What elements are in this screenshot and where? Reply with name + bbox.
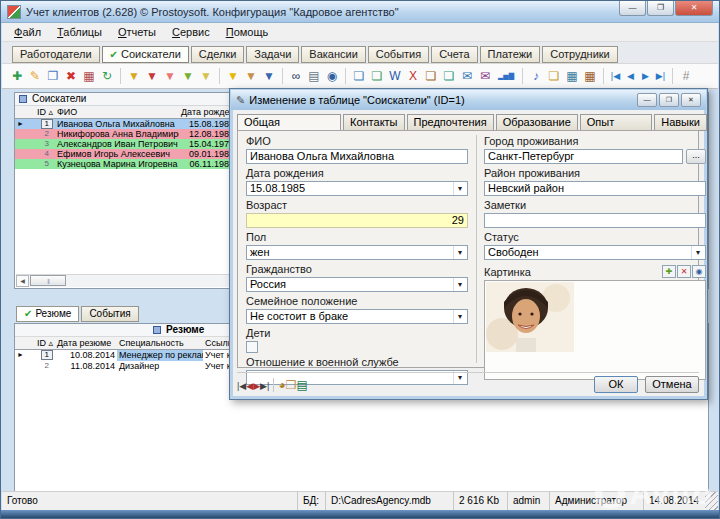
nav-prev-icon[interactable]: ◀ — [623, 67, 638, 85]
notes-icon[interactable]: ♪ — [527, 67, 545, 85]
dtab-preferences[interactable]: Предпочтения — [407, 114, 494, 131]
preview-icon[interactable]: ◉ — [323, 67, 341, 85]
nav-last-icon[interactable]: ▶| — [653, 67, 668, 85]
menu-service[interactable]: Сервис — [164, 24, 218, 40]
filter-edit-icon[interactable]: ▼ — [197, 67, 215, 85]
resume-column-header-0[interactable]: ID ▵ — [15, 337, 55, 349]
maximize-button[interactable]: ❐ — [647, 1, 674, 16]
filter-folder-icon[interactable]: ▼ — [242, 67, 260, 85]
menu-tables[interactable]: Таблицы — [49, 24, 110, 40]
excel-record-icon[interactable]: ▤ — [296, 378, 307, 392]
ok-button[interactable]: ОК — [594, 376, 638, 393]
dialog-maximize-button[interactable]: ❐ — [659, 93, 679, 107]
export-copy-icon[interactable]: ❏ — [350, 67, 368, 85]
record-first-icon[interactable]: |◀ — [237, 381, 246, 391]
dtab-contacts[interactable]: Контакты — [343, 114, 405, 131]
hotkeys-icon[interactable]: # — [677, 67, 695, 85]
column-header-1[interactable]: ФИО — [55, 106, 179, 118]
filter-check-icon[interactable]: ▼ — [179, 67, 197, 85]
delete-record-icon[interactable]: ✖ — [62, 67, 80, 85]
tab-deals[interactable]: Сделки — [191, 46, 245, 63]
dtab-general[interactable]: Общая информация — [237, 114, 341, 131]
notes-field[interactable] — [484, 213, 706, 228]
replace-record-icon[interactable]: ▦ — [80, 67, 98, 85]
refresh-icon[interactable]: ↻ — [98, 67, 116, 85]
dropdown-arrow-icon[interactable]: ▾ — [691, 246, 704, 259]
dropdown-arrow-icon[interactable]: ▾ — [453, 246, 466, 259]
chart-icon[interactable]: ▂▅▇ — [494, 67, 518, 85]
children-checkbox[interactable] — [246, 341, 258, 353]
history-icon[interactable]: ◕ — [278, 378, 285, 392]
mail-merge-icon[interactable]: ✉ — [476, 67, 494, 85]
dropdown-arrow-icon[interactable]: ▾ — [453, 182, 466, 195]
marital-field[interactable]: Не состоит в браке▾ — [246, 309, 468, 324]
mail-send-icon[interactable]: ✉ — [458, 67, 476, 85]
column-header-0[interactable]: ID ▵ — [15, 106, 55, 118]
birthdate-field[interactable]: 15.08.1985▾ — [246, 181, 468, 196]
export-excel-icon[interactable]: X — [404, 67, 422, 85]
export-report-icon[interactable]: ❏ — [422, 67, 440, 85]
find-icon[interactable]: ∞ — [287, 67, 305, 85]
scroll-left-icon[interactable]: ◀ — [16, 275, 29, 287]
tasks-icon[interactable]: ❏ — [545, 67, 563, 85]
tab-resume[interactable]: ✔Резюме — [16, 306, 79, 322]
city-field[interactable]: Санкт-Петербург — [484, 149, 683, 164]
dtab-skills[interactable]: Навыки — [654, 114, 707, 131]
filter-remove-icon[interactable]: ▼ — [143, 67, 161, 85]
export-word-icon[interactable]: W — [386, 67, 404, 85]
filter-sql-icon[interactable]: ▼ — [260, 67, 278, 85]
add-record-icon[interactable]: ✚ — [8, 67, 26, 85]
tab-resume-events[interactable]: События — [81, 306, 138, 322]
dropdown-arrow-icon[interactable]: ▾ — [453, 278, 466, 291]
tab-applicants[interactable]: ✔Соискатели — [102, 46, 189, 63]
collapse-resume-panel-icon[interactable] — [153, 326, 161, 334]
citizenship-field[interactable]: Россия▾ — [246, 277, 468, 292]
nav-next-icon[interactable]: ▶ — [638, 67, 653, 85]
tab-payments[interactable]: Платежи — [480, 46, 541, 63]
tab-invoices[interactable]: Счета — [431, 46, 477, 63]
filter-set-icon[interactable]: ▼ — [125, 67, 143, 85]
tab-vacancies[interactable]: Вакансии — [301, 46, 366, 63]
resize-grip[interactable] — [705, 492, 718, 511]
nav-first-icon[interactable]: |◀ — [608, 67, 623, 85]
filter-favorites-icon[interactable]: ▼ — [224, 67, 242, 85]
filter-clear-icon[interactable]: ▼ — [161, 67, 179, 85]
copy-record-icon[interactable]: ❐ — [44, 67, 62, 85]
dtab-experience[interactable]: Опыт работы — [580, 114, 652, 131]
record-last-icon[interactable]: ▶| — [260, 381, 269, 391]
column-header-2[interactable]: Дата рождения — [179, 106, 236, 118]
tab-staff[interactable]: Сотрудники — [542, 46, 618, 63]
picture-delete-icon[interactable]: ✕ — [677, 265, 691, 278]
dialog-close-button[interactable]: ✕ — [681, 93, 701, 107]
tab-tasks[interactable]: Задачи — [246, 46, 299, 63]
resume-column-header-1[interactable]: Дата резюме — [55, 337, 117, 349]
edit-record-icon[interactable]: ✎ — [26, 67, 44, 85]
sex-field[interactable]: жен▾ — [246, 245, 468, 260]
dialog-minimize-button[interactable]: — — [637, 93, 657, 107]
print-icon[interactable]: ▤ — [305, 67, 323, 85]
close-button[interactable]: ✕ — [675, 1, 713, 16]
grid-view-icon[interactable]: ▦ — [563, 67, 581, 85]
tab-events[interactable]: События — [368, 46, 429, 63]
dropdown-arrow-icon[interactable]: ▾ — [453, 310, 466, 323]
collapse-panel-icon[interactable] — [19, 95, 27, 103]
dtab-education[interactable]: Образование — [496, 114, 578, 131]
minimize-button[interactable]: — — [619, 1, 646, 16]
status-field[interactable]: Свободен▾ — [484, 245, 706, 260]
grid-edit-icon[interactable]: ▦ — [581, 67, 599, 85]
menu-reports[interactable]: Отчеты — [110, 24, 164, 40]
export-save-icon[interactable]: ❏ — [368, 67, 386, 85]
fio-field[interactable]: Иванова Ольга Михайловна — [246, 149, 468, 164]
browse-button[interactable]: ... — [686, 149, 706, 164]
scrollbar-thumb[interactable]: ||| — [30, 275, 66, 286]
send-record-icon[interactable]: ❒ — [286, 378, 297, 392]
tab-employers[interactable]: Работодатели — [12, 46, 100, 63]
district-field[interactable]: Невский район — [484, 181, 706, 196]
menu-help[interactable]: Помощь — [218, 24, 277, 40]
resume-column-header-2[interactable]: Специальность — [117, 337, 203, 349]
cancel-button[interactable]: Отмена — [645, 376, 699, 393]
picture-zoom-icon[interactable]: ◉ — [692, 265, 706, 278]
picture-add-icon[interactable]: ✚ — [662, 265, 676, 278]
menu-file[interactable]: Файл — [6, 24, 49, 40]
export-html-icon[interactable]: ❏ — [440, 67, 458, 85]
